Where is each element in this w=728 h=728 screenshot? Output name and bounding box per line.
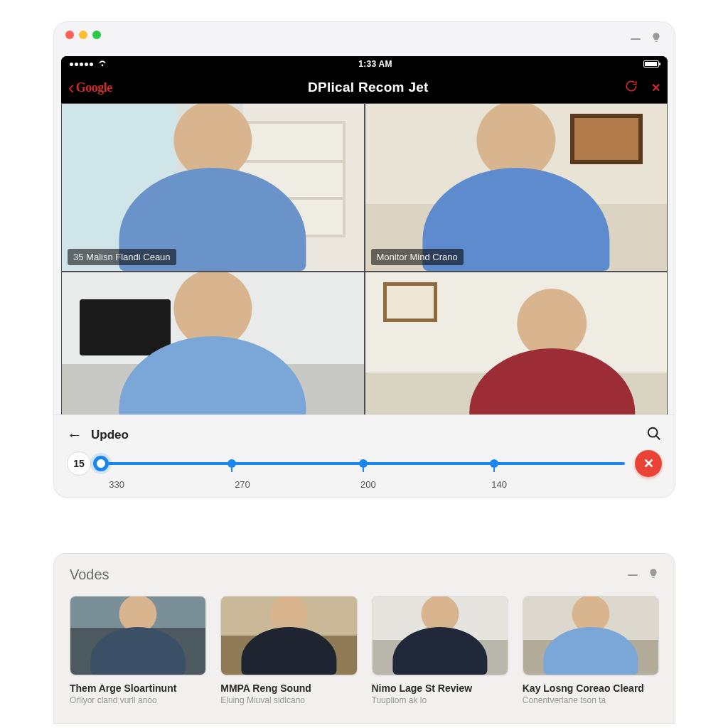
nav-right-actions: ✕ <box>624 79 660 96</box>
vodes-panel: Vodes Them Arge Sloartinunt Orliyor clan… <box>53 553 675 724</box>
vode-item[interactable]: Kay Losng Coreao Cleard Conentverlane ts… <box>523 596 659 705</box>
video-tile[interactable]: Monitor Mind Crano <box>365 103 668 272</box>
window-close-dot[interactable] <box>65 31 74 39</box>
window-right-controls <box>631 32 662 46</box>
slider-handle[interactable] <box>93 456 109 471</box>
hint-bulb-icon[interactable] <box>651 32 662 46</box>
video-tile[interactable]: 35 Malisn Flandi Ceaun <box>61 103 365 272</box>
vode-title: Nimo Lage St Review <box>372 682 508 694</box>
battery-icon <box>643 60 659 68</box>
app-window-top: 1:33 AM ‹ Google DPlical Recom Jet ✕ fot… <box>53 21 675 498</box>
window-minimize-icon[interactable] <box>631 38 641 40</box>
hint-bulb-icon[interactable] <box>648 568 659 582</box>
search-icon[interactable] <box>646 426 662 444</box>
participant-name-tag: 35 Malisn Flandi Ceaun <box>68 249 176 265</box>
close-icon[interactable]: ✕ <box>651 81 660 95</box>
video-grid: 35 Malisn Flandi Ceaun Monitor Mind Cran… <box>61 103 668 440</box>
vode-title: Them Arge Sloartinunt <box>70 682 206 694</box>
refresh-icon[interactable] <box>624 79 638 96</box>
nav-bar: ‹ Google DPlical Recom Jet ✕ <box>61 72 668 103</box>
slider-scale: 330 270 200 140 <box>101 479 625 492</box>
vode-item[interactable]: Nimo Lage St Review Tuupliom ak lo <box>372 596 508 705</box>
vode-subtitle: Conentverlane tson ta <box>523 695 659 705</box>
window-zoom-dot[interactable] <box>92 31 101 39</box>
vodes-grid: Them Arge Sloartinunt Orliyor cland vurl… <box>70 596 659 705</box>
scale-tick: 200 <box>360 479 376 490</box>
panel-minimize-icon[interactable] <box>628 574 638 576</box>
scale-tick: 330 <box>109 479 124 490</box>
status-right <box>643 60 659 68</box>
status-left <box>70 59 107 69</box>
vodes-title: Vodes <box>70 567 109 583</box>
scale-tick: 270 <box>235 479 250 490</box>
updeo-panel: ← Updeo 15 ✕ 330 270 200 <box>54 414 675 497</box>
slider-close-button[interactable]: ✕ <box>635 450 662 477</box>
window-traffic-lights[interactable] <box>65 31 101 39</box>
vode-subtitle: Orliyor cland vurll anoo <box>70 695 206 705</box>
status-bar: 1:33 AM <box>61 56 668 72</box>
vode-subtitle: Eluing Miuval sidlcano <box>220 695 357 705</box>
wifi-icon <box>97 59 107 69</box>
nav-back-label: Google <box>76 80 112 95</box>
vode-title: MMPA Reng Sound <box>220 682 357 694</box>
window-minimize-dot[interactable] <box>79 31 87 39</box>
updeo-title: Updeo <box>91 428 129 442</box>
nav-title: DPlical Recom Jet <box>308 80 429 95</box>
embedded-device-screen: 1:33 AM ‹ Google DPlical Recom Jet ✕ fot… <box>61 56 668 440</box>
scale-tick: 140 <box>491 479 507 490</box>
vode-title: Kay Losng Coreao Cleard <box>523 682 659 694</box>
svg-point-0 <box>648 428 658 437</box>
timeline-slider[interactable] <box>101 451 625 476</box>
back-arrow-icon[interactable]: ← <box>67 426 82 444</box>
vode-item[interactable]: MMPA Reng Sound Eluing Miuval sidlcano <box>220 596 357 705</box>
status-clock: 1:33 AM <box>358 59 392 69</box>
slider-value-chip: 15 <box>67 451 91 476</box>
participant-name-tag: Monitor Mind Crano <box>371 249 464 265</box>
nav-back-button[interactable]: ‹ Google <box>68 80 112 95</box>
vode-item[interactable]: Them Arge Sloartinunt Orliyor cland vurl… <box>70 596 206 705</box>
vode-subtitle: Tuupliom ak lo <box>372 695 508 705</box>
svg-line-1 <box>656 436 660 439</box>
cell-signal-icon <box>70 63 93 66</box>
